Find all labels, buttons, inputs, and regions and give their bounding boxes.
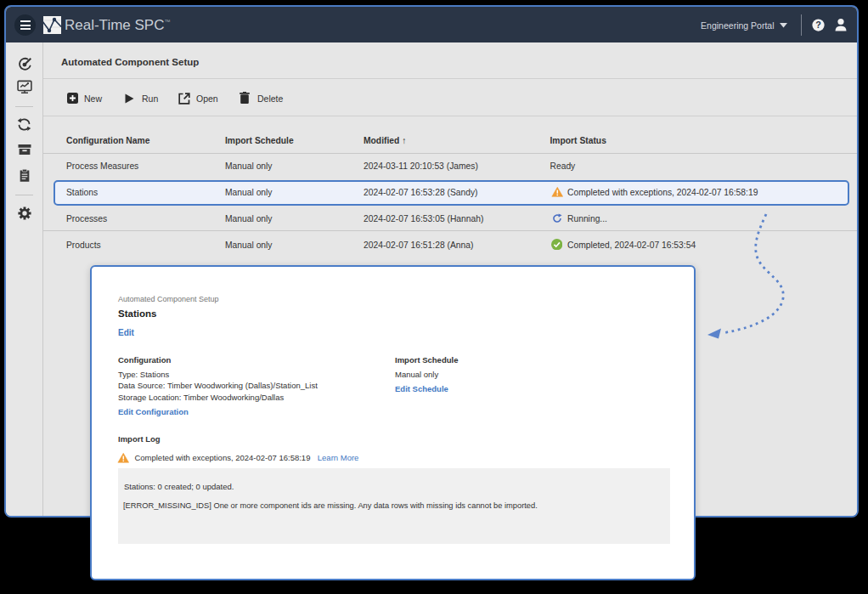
svg-text:?: ? <box>815 20 821 30</box>
